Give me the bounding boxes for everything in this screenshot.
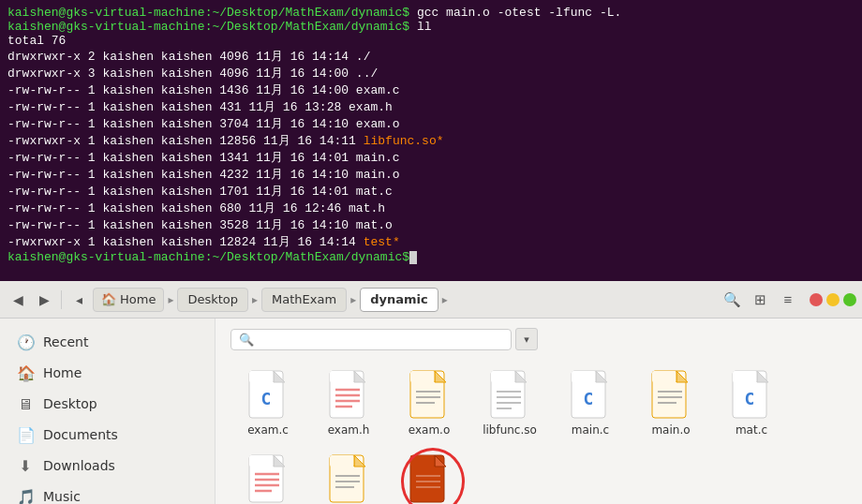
fm-body: 🕐 Recent🏠 Home🖥 Desktop📄 Documents⬇ Down…: [0, 319, 862, 504]
win-min-button[interactable]: [826, 293, 840, 306]
file-item-exam_h[interactable]: exam.h: [311, 362, 386, 440]
search-icon: 🔍: [239, 333, 254, 347]
home-label: Home: [120, 292, 156, 306]
files-area: 🔍 ▾ C exam.c exam.h: [216, 319, 862, 504]
file-icon-wrap: [405, 452, 453, 504]
sidebar-item-documents[interactable]: 📄 Documents: [4, 420, 211, 450]
svg-text:C: C: [261, 389, 272, 408]
toolbar-right: 🔍 ⊞ ≡: [720, 288, 856, 312]
search-button[interactable]: 🔍: [720, 288, 744, 312]
svg-rect-35: [652, 371, 676, 382]
crumb-arrow-3: ▸: [349, 293, 358, 306]
sidebar-item-recent[interactable]: 🕐 Recent: [4, 327, 211, 357]
sidebar-item-label: Home: [43, 365, 82, 380]
svg-text:C: C: [745, 389, 755, 408]
svg-rect-15: [410, 371, 435, 382]
sidebar: 🕐 Recent🏠 Home🖥 Desktop📄 Documents⬇ Down…: [0, 319, 216, 504]
menu-button[interactable]: ≡: [776, 288, 800, 312]
win-close-button[interactable]: [810, 293, 823, 306]
file-item-exam_c[interactable]: C exam.c: [230, 362, 305, 440]
file-icon-wrap: [244, 452, 292, 504]
svg-rect-2: [249, 371, 274, 382]
file-icon-wrap: [405, 367, 453, 422]
sidebar-item-downloads[interactable]: ⬇ Downloads: [4, 451, 211, 481]
sidebar-item-desktop[interactable]: 🖥 Desktop: [4, 389, 211, 419]
file-icon-wrap: C: [727, 367, 776, 422]
sidebar-item-label: Recent: [43, 334, 88, 349]
home-breadcrumb[interactable]: 🏠 Home: [93, 288, 164, 312]
file-label: main.c: [572, 423, 609, 437]
fm-toolbar: ◀ ▶ ◂ 🏠 Home ▸ Desktop ▸ MathExam ▸ dyna…: [0, 281, 862, 319]
view-toggle-button[interactable]: ⊞: [748, 288, 772, 312]
file-item-test[interactable]: test: [392, 446, 467, 504]
svg-rect-47: [249, 455, 274, 467]
file-item-mat_h[interactable]: mat.h: [230, 446, 305, 504]
sidebar-icon: 🖥: [17, 395, 34, 413]
file-item-mat_c[interactable]: C mat.c: [714, 362, 789, 440]
search-input-wrap: 🔍: [230, 329, 512, 350]
search-dropdown-button[interactable]: ▾: [515, 328, 538, 350]
sidebar-item-label: Music: [43, 489, 81, 504]
separator: [61, 290, 62, 309]
file-label: mat.c: [736, 423, 767, 437]
breadcrumb-dynamic[interactable]: dynamic: [360, 288, 438, 312]
svg-rect-30: [572, 371, 596, 382]
svg-rect-55: [330, 455, 354, 467]
svg-text:C: C: [584, 389, 594, 408]
breadcrumb-desktop[interactable]: Desktop: [177, 288, 248, 312]
window-controls: [810, 293, 856, 306]
file-icon-wrap: [646, 367, 695, 422]
home-icon: 🏠: [101, 292, 116, 306]
sidebar-icon: 🏠: [17, 364, 34, 382]
sidebar-icon: ⬇: [17, 457, 34, 475]
file-icon-wrap: [324, 367, 373, 422]
sidebar-item-label: Downloads: [43, 458, 115, 473]
svg-rect-7: [330, 371, 354, 382]
crumb-arrow-4: ▸: [440, 293, 450, 306]
file-label: exam.h: [328, 423, 370, 437]
sidebar-icon: 🎵: [17, 488, 34, 505]
sidebar-icon: 📄: [17, 426, 34, 444]
search-input[interactable]: [260, 333, 503, 347]
breadcrumb-mathexam[interactable]: MathExam: [261, 288, 347, 312]
terminal: kaishen@gks-virtual-machine:~/Desktop/Ma…: [0, 0, 862, 281]
forward-button[interactable]: ▶: [32, 288, 56, 312]
svg-rect-62: [410, 455, 435, 467]
file-manager: ◀ ▶ ◂ 🏠 Home ▸ Desktop ▸ MathExam ▸ dyna…: [0, 281, 862, 504]
svg-marker-61: [435, 455, 446, 467]
file-label: exam.o: [409, 423, 450, 437]
file-icon-wrap: [324, 452, 373, 504]
svg-rect-60: [410, 455, 444, 502]
file-item-libfunc_so[interactable]: libfunc.so: [472, 362, 547, 440]
file-item-exam_o[interactable]: exam.o: [392, 362, 467, 440]
file-icon-wrap: C: [244, 367, 292, 422]
file-grid: C exam.c exam.h exam.o: [230, 362, 847, 504]
sidebar-item-label: Documents: [43, 427, 118, 442]
sidebar-item-home[interactable]: 🏠 Home: [4, 358, 211, 388]
svg-rect-22: [491, 371, 515, 382]
search-bar: 🔍 ▾: [230, 328, 847, 350]
sidebar-item-music[interactable]: 🎵 Music: [4, 482, 211, 504]
file-item-main_o[interactable]: main.o: [633, 362, 708, 440]
back-button[interactable]: ◀: [6, 288, 30, 312]
sidebar-item-label: Desktop: [43, 396, 97, 411]
svg-rect-42: [733, 371, 757, 382]
file-item-main_c[interactable]: C main.c: [553, 362, 628, 440]
crumb-arrow-1: ▸: [166, 293, 175, 306]
file-label: libfunc.so: [483, 423, 537, 437]
file-label: main.o: [651, 423, 690, 437]
sidebar-icon: 🕐: [17, 334, 34, 351]
win-max-button[interactable]: [843, 293, 856, 306]
nav-prev-button[interactable]: ◂: [67, 288, 91, 312]
file-label: exam.c: [247, 423, 289, 437]
file-item-mat_o[interactable]: mat.o: [311, 446, 386, 504]
file-icon-wrap: [485, 367, 534, 422]
crumb-arrow-2: ▸: [250, 293, 260, 306]
file-icon-wrap: C: [566, 367, 615, 422]
